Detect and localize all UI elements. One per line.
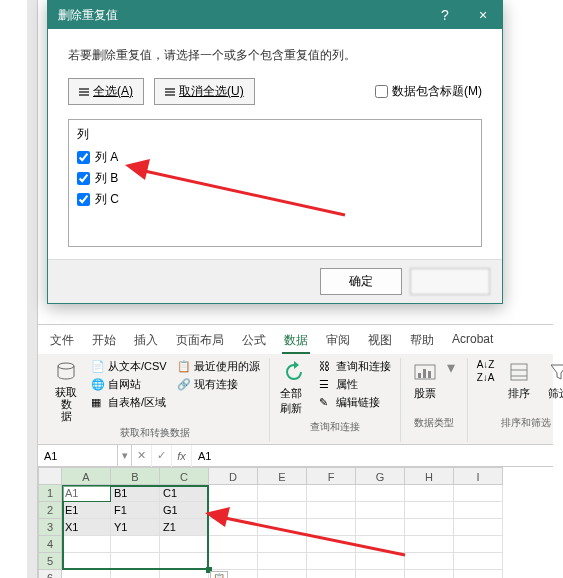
cell[interactable] xyxy=(307,502,356,519)
column-header[interactable]: B xyxy=(111,467,160,485)
refresh-all-button[interactable]: 全部刷新 xyxy=(276,358,312,418)
cell[interactable] xyxy=(307,536,356,553)
cell[interactable]: B1 xyxy=(111,485,160,502)
cell[interactable] xyxy=(209,536,258,553)
cell[interactable] xyxy=(405,502,454,519)
cell[interactable] xyxy=(258,502,307,519)
from-csv-button[interactable]: 📄从文本/CSV xyxy=(88,358,170,375)
ribbon-tab[interactable]: 插入 xyxy=(132,329,160,354)
cell[interactable] xyxy=(111,570,160,578)
column-checkbox[interactable] xyxy=(77,193,90,206)
cell[interactable] xyxy=(258,570,307,578)
row-header[interactable]: 3 xyxy=(38,519,62,536)
column-header[interactable]: E xyxy=(258,467,307,485)
cell[interactable]: A1 xyxy=(62,485,111,502)
ribbon-tab[interactable]: 帮助 xyxy=(408,329,436,354)
spreadsheet[interactable]: ABCDEFGHI 1A1B1C12E1F1G13X1Y1Z145678 📋 xyxy=(38,467,553,578)
cell[interactable]: C1 xyxy=(160,485,209,502)
properties-button[interactable]: ☰属性 xyxy=(316,376,394,393)
ribbon-tab[interactable]: 数据 xyxy=(282,329,310,354)
column-header[interactable]: G xyxy=(356,467,405,485)
cell[interactable] xyxy=(307,570,356,578)
deselect-all-button[interactable]: 取消全选(U) xyxy=(154,78,255,105)
cell[interactable] xyxy=(405,536,454,553)
name-box-dropdown[interactable]: ▾ xyxy=(118,445,132,466)
cell[interactable]: E1 xyxy=(62,502,111,519)
stocks-button[interactable]: 股票 xyxy=(407,358,443,403)
formula-bar[interactable]: A1 xyxy=(192,450,553,462)
row-header[interactable]: 2 xyxy=(38,502,62,519)
cancel-formula-button[interactable]: ✕ xyxy=(132,445,152,467)
ribbon-tab[interactable]: 公式 xyxy=(240,329,268,354)
sort-button[interactable]: 排序 xyxy=(501,358,537,403)
column-header[interactable]: C xyxy=(160,467,209,485)
cell[interactable] xyxy=(356,502,405,519)
existing-conn-button[interactable]: 🔗现有连接 xyxy=(174,376,263,393)
filter-button[interactable]: 筛选 xyxy=(541,358,563,403)
help-button[interactable]: ? xyxy=(426,1,464,29)
column-header[interactable]: H xyxy=(405,467,454,485)
column-checkbox[interactable] xyxy=(77,172,90,185)
cell[interactable] xyxy=(356,570,405,578)
sort-za-button[interactable]: Z↓A xyxy=(474,371,498,384)
ribbon-tab[interactable]: 页面布局 xyxy=(174,329,226,354)
cancel-button[interactable] xyxy=(410,268,490,295)
cell[interactable] xyxy=(454,570,503,578)
cell[interactable] xyxy=(454,502,503,519)
get-data-button[interactable]: 获取数 据 xyxy=(48,358,84,424)
cell[interactable] xyxy=(356,485,405,502)
column-header[interactable]: F xyxy=(307,467,356,485)
cell[interactable] xyxy=(160,570,209,578)
name-box[interactable]: A1 xyxy=(38,445,118,466)
ribbon-tab[interactable]: 审阅 xyxy=(324,329,352,354)
cell[interactable] xyxy=(209,553,258,570)
cell[interactable]: Z1 xyxy=(160,519,209,536)
cell[interactable] xyxy=(258,536,307,553)
header-checkbox-wrap[interactable]: 数据包含标题(M) xyxy=(375,83,482,100)
cell[interactable] xyxy=(160,553,209,570)
dialog-titlebar[interactable]: 删除重复值 ? × xyxy=(48,1,502,29)
close-button[interactable]: × xyxy=(464,1,502,29)
ribbon-tab[interactable]: 文件 xyxy=(48,329,76,354)
cell[interactable] xyxy=(454,536,503,553)
cell[interactable] xyxy=(258,519,307,536)
from-web-button[interactable]: 🌐自网站 xyxy=(88,376,170,393)
cell[interactable] xyxy=(356,553,405,570)
cell[interactable] xyxy=(356,519,405,536)
header-checkbox[interactable] xyxy=(375,85,388,98)
column-header[interactable]: A xyxy=(62,467,111,485)
cell[interactable] xyxy=(405,553,454,570)
cell[interactable] xyxy=(405,485,454,502)
cell[interactable] xyxy=(307,519,356,536)
row-header[interactable]: 5 xyxy=(38,553,62,570)
recent-sources-button[interactable]: 📋最近使用的源 xyxy=(174,358,263,375)
queries-button[interactable]: ⛓查询和连接 xyxy=(316,358,394,375)
cell[interactable] xyxy=(405,570,454,578)
column-item[interactable]: 列 B xyxy=(77,168,473,189)
cell[interactable] xyxy=(62,553,111,570)
column-header[interactable]: D xyxy=(209,467,258,485)
row-header[interactable]: 1 xyxy=(38,485,62,502)
cell[interactable] xyxy=(356,536,405,553)
row-header[interactable]: 4 xyxy=(38,536,62,553)
cell[interactable] xyxy=(209,502,258,519)
ribbon-tab[interactable]: 开始 xyxy=(90,329,118,354)
cell[interactable] xyxy=(258,553,307,570)
column-header[interactable]: I xyxy=(454,467,503,485)
column-item[interactable]: 列 C xyxy=(77,189,473,210)
cell[interactable] xyxy=(62,570,111,578)
cell[interactable] xyxy=(454,553,503,570)
fx-button[interactable]: fx xyxy=(172,445,192,467)
select-all-button[interactable]: 全选(A) xyxy=(68,78,144,105)
cell[interactable] xyxy=(307,553,356,570)
cell[interactable] xyxy=(454,485,503,502)
cell[interactable] xyxy=(258,485,307,502)
select-all-corner[interactable] xyxy=(38,467,62,485)
ribbon-tab[interactable]: Acrobat xyxy=(450,329,495,354)
paste-options-icon[interactable]: 📋 xyxy=(210,571,228,578)
cell[interactable] xyxy=(209,485,258,502)
row-header[interactable]: 6 xyxy=(38,570,62,578)
cell[interactable] xyxy=(111,536,160,553)
ribbon-tab[interactable]: 视图 xyxy=(366,329,394,354)
cell[interactable]: G1 xyxy=(160,502,209,519)
